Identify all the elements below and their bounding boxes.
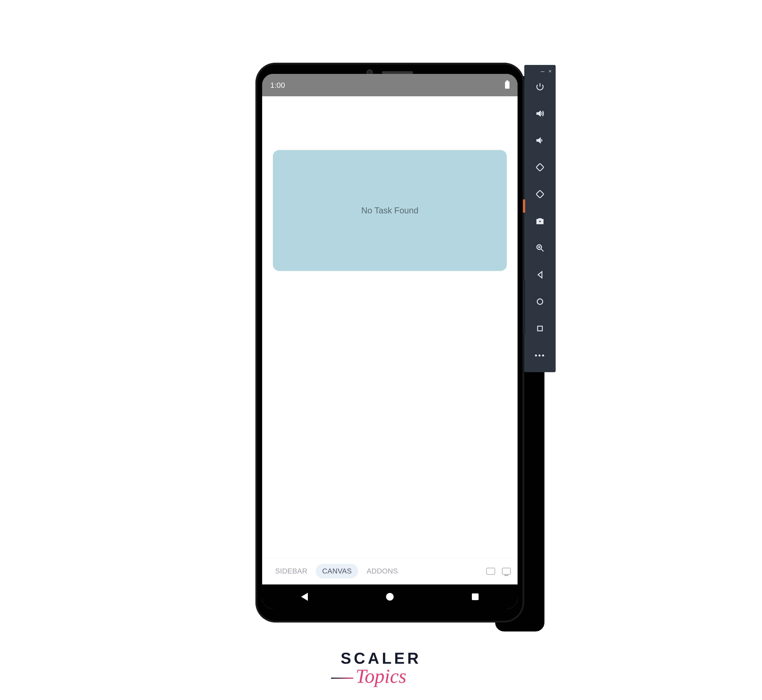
phone-screen: 1:00 No Task Found SIDEBAR CANVAS ADDONS bbox=[262, 74, 518, 609]
phone-frame: 1:00 No Task Found SIDEBAR CANVAS ADDONS bbox=[255, 63, 524, 622]
logo-main: SCALER bbox=[341, 649, 421, 667]
overview-icon[interactable] bbox=[534, 323, 546, 334]
svg-point-7 bbox=[537, 299, 543, 305]
more-icon[interactable]: ••• bbox=[534, 350, 546, 361]
nav-back-icon[interactable] bbox=[301, 593, 308, 601]
tab-addons[interactable]: ADDONS bbox=[360, 564, 404, 578]
status-bar: 1:00 bbox=[262, 74, 518, 96]
branding: SCALER Topics bbox=[341, 649, 421, 685]
power-button-strip bbox=[523, 199, 525, 213]
power-icon[interactable] bbox=[534, 81, 546, 92]
logo-line bbox=[331, 678, 353, 679]
status-icons bbox=[505, 81, 510, 89]
panel-window-controls: – × bbox=[524, 68, 555, 74]
task-card: No Task Found bbox=[273, 150, 507, 271]
svg-line-4 bbox=[541, 249, 543, 252]
volume-up-icon[interactable] bbox=[534, 108, 546, 119]
minimize-button[interactable]: – bbox=[541, 69, 545, 73]
bottom-tabs: SIDEBAR CANVAS ADDONS bbox=[262, 558, 518, 584]
svg-rect-8 bbox=[538, 326, 543, 331]
emulator-container: 1:00 No Task Found SIDEBAR CANVAS ADDONS bbox=[255, 63, 555, 622]
rotate-left-icon[interactable] bbox=[534, 162, 546, 173]
volume-down-icon[interactable] bbox=[534, 135, 546, 146]
close-button[interactable]: × bbox=[548, 69, 552, 73]
nav-home-icon[interactable] bbox=[386, 593, 394, 601]
emulator-side-panel: – × bbox=[524, 65, 555, 372]
camera-icon[interactable] bbox=[534, 216, 546, 227]
home-icon[interactable] bbox=[534, 296, 546, 307]
nav-overview-icon[interactable] bbox=[472, 594, 479, 600]
volume-strip bbox=[523, 280, 525, 334]
app-body: No Task Found SIDEBAR CANVAS ADDONS bbox=[262, 96, 518, 584]
status-time: 1:00 bbox=[270, 81, 285, 89]
svg-rect-1 bbox=[536, 190, 544, 198]
phone-speaker bbox=[382, 71, 413, 74]
zoom-icon[interactable] bbox=[534, 242, 546, 253]
tab-canvas[interactable]: CANVAS bbox=[316, 564, 358, 578]
svg-rect-0 bbox=[536, 164, 544, 171]
battery-icon bbox=[505, 81, 510, 89]
back-icon[interactable] bbox=[534, 269, 546, 280]
no-task-label: No Task Found bbox=[361, 206, 419, 216]
android-nav bbox=[262, 584, 518, 609]
tab-sidebar[interactable]: SIDEBAR bbox=[269, 564, 314, 578]
tablet-icon[interactable] bbox=[486, 568, 495, 575]
monitor-icon[interactable] bbox=[502, 568, 511, 575]
rotate-right-icon[interactable] bbox=[534, 189, 546, 200]
svg-point-2 bbox=[539, 220, 541, 223]
logo-sub: Topics bbox=[355, 665, 407, 687]
